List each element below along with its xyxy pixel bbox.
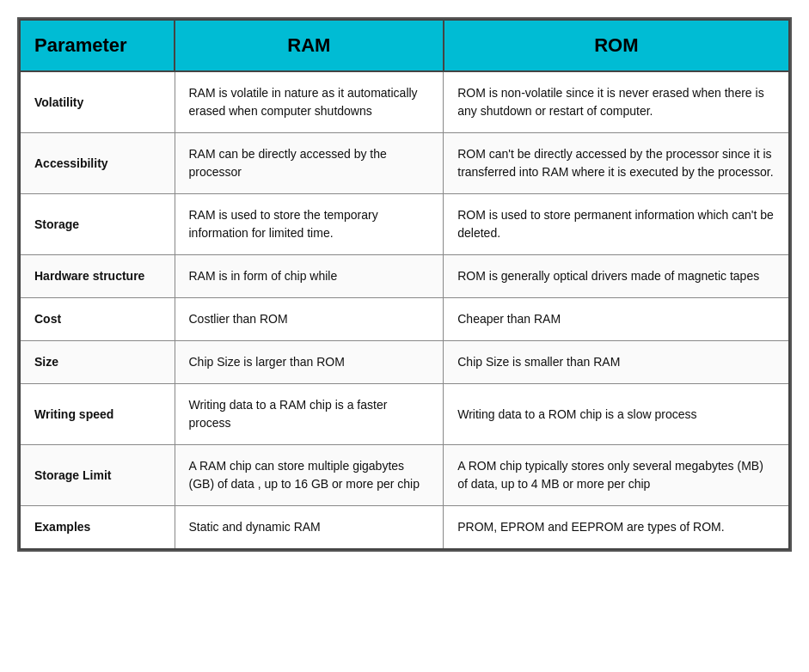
cell-ram: RAM is volatile in nature as it automati… — [175, 71, 444, 133]
cell-rom: PROM, EPROM and EEPROM are types of ROM. — [444, 506, 789, 550]
table-row: VolatilityRAM is volatile in nature as i… — [20, 71, 789, 133]
cell-parameter: Examples — [20, 506, 175, 550]
cell-ram: Static and dynamic RAM — [175, 506, 444, 550]
cell-ram: A RAM chip can store multiple gigabytes … — [175, 445, 444, 506]
cell-parameter: Storage — [20, 194, 175, 255]
table-row: ExamplesStatic and dynamic RAMPROM, EPRO… — [20, 506, 789, 550]
table-row: Storage LimitA RAM chip can store multip… — [20, 445, 789, 506]
cell-rom: Cheaper than RAM — [444, 298, 789, 341]
cell-rom: Chip Size is smaller than RAM — [444, 341, 789, 384]
table-row: SizeChip Size is larger than ROMChip Siz… — [20, 341, 789, 384]
table-row: StorageRAM is used to store the temporar… — [20, 194, 789, 255]
cell-parameter: Writing speed — [20, 384, 175, 445]
header-ram: RAM — [175, 20, 444, 71]
cell-rom: Writing data to a ROM chip is a slow pro… — [444, 384, 789, 445]
cell-ram: RAM is in form of chip while — [175, 255, 444, 298]
cell-ram: RAM can be directly accessed by the proc… — [175, 133, 444, 194]
cell-parameter: Size — [20, 341, 175, 384]
cell-ram: RAM is used to store the temporary infor… — [175, 194, 444, 255]
table-row: CostCostlier than ROMCheaper than RAM — [20, 298, 789, 341]
cell-rom: A ROM chip typically stores only several… — [444, 445, 789, 506]
cell-parameter: Cost — [20, 298, 175, 341]
header-parameter: Parameter — [20, 20, 175, 71]
cell-parameter: Storage Limit — [20, 445, 175, 506]
cell-ram: Writing data to a RAM chip is a faster p… — [175, 384, 444, 445]
cell-rom: ROM is generally optical drivers made of… — [444, 255, 789, 298]
table-row: Hardware structureRAM is in form of chip… — [20, 255, 789, 298]
cell-parameter: Hardware structure — [20, 255, 175, 298]
cell-rom: ROM can't be directly accessed by the pr… — [444, 133, 789, 194]
cell-parameter: Volatility — [20, 71, 175, 133]
cell-rom: ROM is non-volatile since it is never er… — [444, 71, 789, 133]
table-header-row: Parameter RAM ROM — [20, 20, 789, 71]
cell-ram: Costlier than ROM — [175, 298, 444, 341]
cell-parameter: Accessibility — [20, 133, 175, 194]
header-rom: ROM — [444, 20, 789, 71]
comparison-table-container: Parameter RAM ROM VolatilityRAM is volat… — [17, 17, 792, 552]
cell-ram: Chip Size is larger than ROM — [175, 341, 444, 384]
cell-rom: ROM is used to store permanent informati… — [444, 194, 789, 255]
ram-rom-comparison-table: Parameter RAM ROM VolatilityRAM is volat… — [19, 19, 790, 550]
table-row: AccessibilityRAM can be directly accesse… — [20, 133, 789, 194]
table-row: Writing speedWriting data to a RAM chip … — [20, 384, 789, 445]
